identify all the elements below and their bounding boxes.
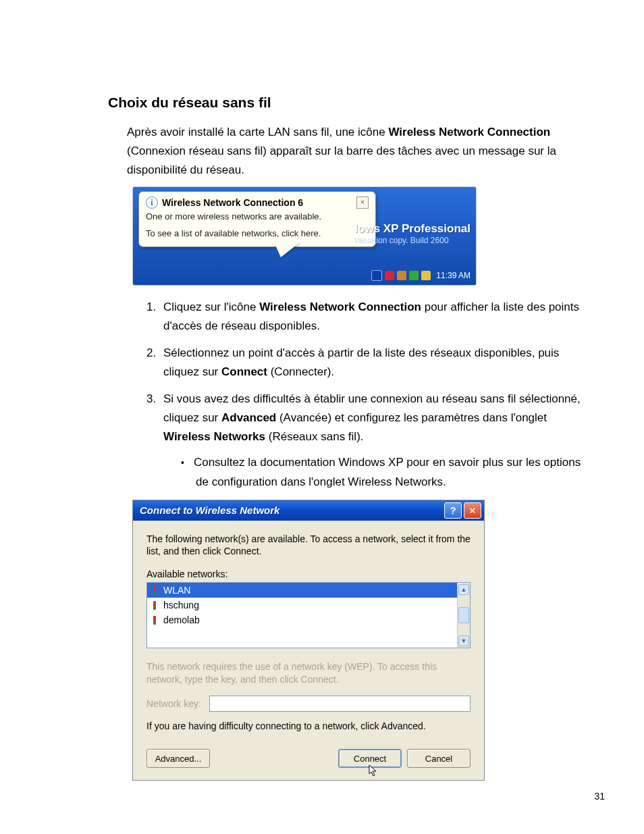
dialog-title: Connect to Wireless Network xyxy=(140,504,442,516)
listbox-scrollbar[interactable]: ▲ ▼ xyxy=(457,583,470,648)
steps-list: Cliquez sur l'icône Wireless Network Con… xyxy=(127,298,583,491)
tray-icon[interactable] xyxy=(385,271,394,280)
connect-button-label: Connect xyxy=(354,754,386,764)
balloon-title: Wireless Network Connection 6 xyxy=(162,197,352,208)
wireless-network-icon xyxy=(151,601,158,610)
cursor-icon xyxy=(369,764,379,778)
page-number: 31 xyxy=(594,791,605,802)
balloon-close-button[interactable]: × xyxy=(356,197,369,209)
network-name: demolab xyxy=(163,615,200,625)
cancel-button[interactable]: Cancel xyxy=(407,749,471,768)
balloon-line2: To see a list of available networks, cli… xyxy=(146,228,369,238)
network-list-item[interactable]: hschung xyxy=(147,598,457,613)
dialog-intro-text: The following network(s) are available. … xyxy=(146,533,471,558)
difficulty-note: If you are having difficulty connecting … xyxy=(146,720,471,733)
taskbar: i Wireless Network Connection 6 × One or… xyxy=(132,186,477,286)
brand-line2: valuation copy. Build 2600 xyxy=(354,236,471,245)
step-item: Sélectionnez un point d'accès à partir d… xyxy=(159,344,583,382)
advanced-button[interactable]: Advanced... xyxy=(146,749,210,768)
tray-icon[interactable] xyxy=(421,271,431,280)
intro-paragraph: Après avoir installé la carte LAN sans f… xyxy=(127,123,583,180)
balloon-line1: One or more wireless networks are availa… xyxy=(146,211,369,221)
dialog-button-row: Advanced... Connect Cancel xyxy=(146,749,471,768)
help-button[interactable]: ? xyxy=(444,502,462,519)
tray-icon[interactable] xyxy=(409,271,419,280)
scroll-thumb[interactable] xyxy=(458,607,469,623)
taskbar-screenshot: i Wireless Network Connection 6 × One or… xyxy=(132,186,477,286)
step-sub-item: Consultez la documentation Windows XP po… xyxy=(196,453,583,491)
info-icon: i xyxy=(146,197,158,209)
brand-line1: lows XP Professional xyxy=(354,222,471,236)
network-key-label: Network key: xyxy=(146,698,201,709)
balloon-tail xyxy=(274,242,300,257)
network-list-item[interactable]: demolab xyxy=(147,613,457,627)
wireless-network-icon xyxy=(151,586,158,595)
document-page: Choix du réseau sans fil Après avoir ins… xyxy=(0,0,644,834)
wireless-network-icon xyxy=(151,616,158,625)
network-key-input[interactable] xyxy=(209,696,471,712)
section-heading: Choix du réseau sans fil xyxy=(108,95,583,111)
system-tray: 11:39 AM xyxy=(371,270,471,281)
dialog-titlebar: Connect to Wireless Network ? × xyxy=(133,500,484,521)
notification-balloon[interactable]: i Wireless Network Connection 6 × One or… xyxy=(138,191,376,247)
scroll-up-button[interactable]: ▲ xyxy=(458,584,469,595)
network-name: hschung xyxy=(163,600,199,610)
windows-brand-watermark: lows XP Professional valuation copy. Bui… xyxy=(354,222,471,245)
close-button[interactable]: × xyxy=(464,502,481,519)
wep-note: This network requires the use of a netwo… xyxy=(146,660,471,686)
network-list-item[interactable]: WLAN xyxy=(147,583,457,598)
step-sub-list: Consultez la documentation Windows XP po… xyxy=(181,453,583,491)
network-name: WLAN xyxy=(163,585,190,596)
step-item: Si vous avez des difficultés à établir u… xyxy=(159,390,583,491)
available-networks-label: Available networks: xyxy=(146,569,471,579)
tray-icon[interactable] xyxy=(371,270,382,281)
network-list-items: WLANhschungdemolab xyxy=(147,583,457,648)
dialog-body: The following network(s) are available. … xyxy=(133,521,484,780)
step-item: Cliquez sur l'icône Wireless Network Con… xyxy=(159,298,583,336)
connect-button[interactable]: Connect xyxy=(338,749,402,768)
tray-icon[interactable] xyxy=(397,271,406,280)
available-networks-listbox[interactable]: WLANhschungdemolab ▲ ▼ xyxy=(146,582,471,648)
connect-dialog-screenshot: Connect to Wireless Network ? × The foll… xyxy=(132,500,485,781)
scroll-down-button[interactable]: ▼ xyxy=(458,635,469,646)
tray-clock: 11:39 AM xyxy=(436,271,471,280)
